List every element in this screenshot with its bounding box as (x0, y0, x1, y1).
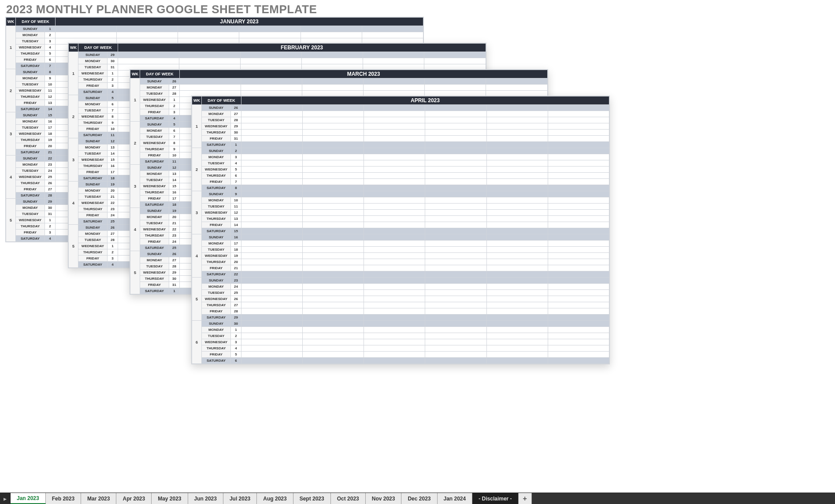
planner-slot[interactable] (303, 345, 364, 352)
planner-slot[interactable] (241, 105, 303, 111)
planner-slot[interactable] (486, 179, 548, 185)
planner-slot[interactable] (425, 315, 486, 321)
planner-slot[interactable] (303, 333, 364, 339)
planner-slot[interactable] (239, 26, 301, 32)
planner-slot[interactable] (303, 160, 364, 167)
planner-slot[interactable] (425, 259, 486, 265)
planner-slot[interactable] (303, 197, 364, 204)
planner-slot[interactable] (425, 78, 486, 85)
planner-slot[interactable] (241, 247, 303, 253)
planner-slot[interactable] (364, 210, 425, 216)
planner-slot[interactable] (303, 216, 364, 222)
planner-slot[interactable] (303, 228, 364, 234)
planner-slot[interactable] (425, 204, 486, 210)
add-sheet-button[interactable]: + (519, 493, 532, 504)
planner-slot[interactable] (425, 216, 486, 222)
sheet-tab[interactable]: Nov 2023 (366, 493, 402, 504)
planner-slot[interactable] (364, 271, 425, 278)
planner-slot[interactable] (118, 58, 179, 64)
planner-slot[interactable] (486, 167, 548, 173)
planner-slot[interactable] (303, 321, 364, 327)
planner-slot[interactable] (548, 315, 609, 321)
planner-slot[interactable] (486, 259, 548, 265)
planner-slot[interactable] (424, 58, 486, 64)
planner-slot[interactable] (364, 352, 425, 358)
planner-slot[interactable] (486, 148, 548, 154)
planner-slot[interactable] (425, 265, 486, 271)
planner-slot[interactable] (303, 154, 364, 160)
planner-slot[interactable] (303, 247, 364, 253)
planner-slot[interactable] (303, 117, 364, 123)
planner-slot[interactable] (364, 327, 425, 333)
planner-slot[interactable] (241, 228, 303, 234)
planner-slot[interactable] (486, 130, 548, 136)
planner-slot[interactable] (364, 167, 425, 173)
planner-slot[interactable] (548, 167, 609, 173)
planner-slot[interactable] (364, 315, 425, 321)
planner-slot[interactable] (548, 345, 609, 352)
planner-slot[interactable] (425, 345, 486, 352)
planner-slot[interactable] (241, 173, 303, 179)
planner-slot[interactable] (486, 222, 548, 228)
planner-slot[interactable] (486, 290, 548, 296)
planner-slot[interactable] (241, 265, 303, 271)
planner-slot[interactable] (548, 358, 609, 364)
planner-slot[interactable] (548, 241, 609, 247)
planner-slot[interactable] (241, 148, 303, 154)
planner-slot[interactable] (303, 234, 364, 241)
planner-slot[interactable] (425, 308, 486, 315)
planner-slot[interactable] (241, 345, 303, 352)
planner-slot[interactable] (486, 160, 548, 167)
sheet-tab[interactable]: Feb 2023 (46, 493, 81, 504)
planner-slot[interactable] (425, 321, 486, 327)
planner-slot[interactable] (548, 302, 609, 308)
planner-slot[interactable] (303, 111, 364, 117)
planner-slot[interactable] (303, 358, 364, 364)
planner-slot[interactable] (548, 290, 609, 296)
planner-slot[interactable] (241, 259, 303, 265)
planner-slot[interactable] (364, 308, 425, 315)
planner-slot[interactable] (548, 296, 609, 302)
planner-slot[interactable] (486, 358, 548, 364)
planner-slot[interactable] (486, 142, 548, 148)
planner-slot[interactable] (425, 296, 486, 302)
planner-slot[interactable] (486, 296, 548, 302)
planner-slot[interactable] (362, 32, 423, 38)
planner-slot[interactable] (364, 136, 425, 142)
planner-slot[interactable] (425, 111, 486, 117)
planner-slot[interactable] (548, 160, 609, 167)
planner-slot[interactable] (425, 130, 486, 136)
planner-slot[interactable] (425, 234, 486, 241)
planner-slot[interactable] (303, 204, 364, 210)
sheet-tab[interactable]: Mar 2023 (81, 493, 116, 504)
planner-slot[interactable] (241, 234, 303, 241)
planner-slot[interactable] (425, 327, 486, 333)
planner-slot[interactable] (548, 265, 609, 271)
planner-slot[interactable] (241, 284, 303, 290)
planner-slot[interactable] (548, 136, 609, 142)
planner-slot[interactable] (486, 154, 548, 160)
planner-slot[interactable] (548, 327, 609, 333)
planner-slot[interactable] (486, 228, 548, 234)
planner-slot[interactable] (303, 173, 364, 179)
planner-slot[interactable] (364, 204, 425, 210)
planner-slot[interactable] (548, 247, 609, 253)
planner-slot[interactable] (548, 271, 609, 278)
planner-slot[interactable] (486, 321, 548, 327)
planner-slot[interactable] (548, 308, 609, 315)
planner-slot[interactable] (486, 105, 548, 111)
planner-slot[interactable] (241, 179, 303, 185)
sheet-tab[interactable]: Jan 2023 (11, 493, 46, 504)
planner-slot[interactable] (364, 222, 425, 228)
planner-slot[interactable] (303, 142, 364, 148)
planner-slot[interactable] (364, 78, 425, 85)
planner-slot[interactable] (364, 339, 425, 345)
planner-slot[interactable] (241, 210, 303, 216)
planner-slot[interactable] (117, 32, 178, 38)
planner-slot[interactable] (425, 160, 486, 167)
planner-slot[interactable] (56, 26, 117, 32)
planner-slot[interactable] (241, 52, 302, 58)
planner-slot[interactable] (486, 117, 548, 123)
planner-slot[interactable] (425, 117, 486, 123)
planner-slot[interactable] (425, 247, 486, 253)
